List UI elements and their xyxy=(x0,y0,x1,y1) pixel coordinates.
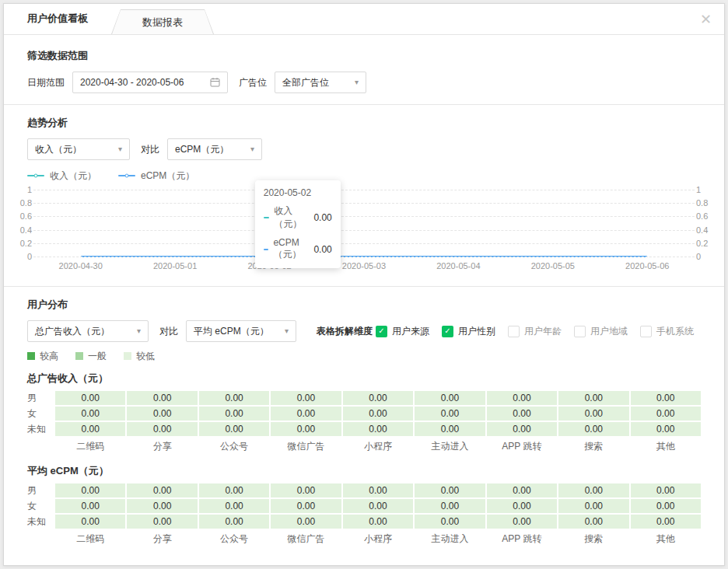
chart-tooltip: 2020-05-02 收入（元） 0.00 eCPM（元） 0.00 xyxy=(255,180,341,268)
gridline xyxy=(33,257,695,257)
caret-down-icon: ▾ xyxy=(278,327,289,335)
divider xyxy=(4,104,724,105)
value-cell: 0.00 xyxy=(55,499,125,513)
line-series-marker-icon xyxy=(27,175,44,176)
distribution-metric-select[interactable]: 总广告收入（元） ▾ xyxy=(27,320,149,342)
value-cell: 0.00 xyxy=(199,391,269,405)
gridline xyxy=(33,203,695,204)
compare-label: 对比 xyxy=(141,143,159,156)
value-cell: 0.00 xyxy=(631,391,701,405)
column-label: 小程序 xyxy=(343,438,413,452)
value-cell: 0.00 xyxy=(558,515,628,529)
value-cell: 0.00 xyxy=(558,391,628,405)
column-label: APP 跳转 xyxy=(487,438,557,452)
column-label: 二维码 xyxy=(55,438,125,452)
legend-color-chip xyxy=(27,352,35,360)
distribution-controls: 总广告收入（元） ▾ 对比 平均 eCPM（元） ▾ 表格拆解维度 ✓用户来源✓… xyxy=(27,320,701,342)
column-label: 主动进入 xyxy=(415,530,485,544)
checkbox-unchecked-icon[interactable] xyxy=(574,326,586,337)
legend-dot xyxy=(34,174,38,178)
tab-bar: 用户价值看板 数据报表 ✕ xyxy=(4,4,724,35)
tab-user-value-board[interactable]: 用户价值看板 xyxy=(4,3,110,34)
distribution-compare-select[interactable]: 平均 eCPM（元） ▾ xyxy=(186,320,296,342)
column-label: 分享 xyxy=(127,530,197,544)
y-tick-label: 0 xyxy=(15,253,32,261)
x-tick-label: 2020-05-06 xyxy=(600,261,695,272)
y-tick-label: 0.4 xyxy=(696,225,713,234)
trend-metric-value: 收入（元） xyxy=(35,143,82,156)
dimensions-label: 表格拆解维度 xyxy=(317,325,373,338)
tab-shape-inner: 数据报表 xyxy=(112,10,213,34)
column-label: APP 跳转 xyxy=(487,530,557,544)
legend-item-income[interactable]: 收入（元） xyxy=(27,169,96,183)
checkbox-checked-icon[interactable]: ✓ xyxy=(376,326,387,337)
y-tick-label: 0.4 xyxy=(15,225,32,234)
trend-compare-select[interactable]: eCPM（元） ▾ xyxy=(167,138,262,160)
value-cell: 0.00 xyxy=(271,515,341,529)
legend-label: 较高 xyxy=(40,350,58,363)
dimension-checkboxes: ✓用户来源✓用户性别用户年龄用户地域手机系统 xyxy=(376,325,694,338)
column-label: 搜索 xyxy=(558,438,628,452)
value-cell: 0.00 xyxy=(558,407,628,421)
table-title: 总广告收入（元） xyxy=(27,372,701,385)
date-range-input[interactable]: 2020-04-30 - 2020-05-06 xyxy=(72,72,228,93)
value-cell: 0.00 xyxy=(343,483,413,497)
column-label: 公众号 xyxy=(199,530,269,544)
value-cell: 0.00 xyxy=(271,422,341,436)
value-cell: 0.00 xyxy=(631,422,701,436)
close-icon[interactable]: ✕ xyxy=(700,12,712,26)
value-cell: 0.00 xyxy=(199,422,269,436)
y-tick-label: 1 xyxy=(696,186,713,194)
y-axis-left: 10.80.60.40.20 xyxy=(15,190,32,257)
gridline xyxy=(33,190,695,190)
adslot-select[interactable]: 全部广告位 ▾ xyxy=(275,72,366,93)
trend-controls: 收入（元） ▾ 对比 eCPM（元） ▾ xyxy=(27,138,701,160)
value-cell: 0.00 xyxy=(487,515,557,529)
distribution-metric-value: 总广告收入（元） xyxy=(35,325,110,338)
value-cell: 0.00 xyxy=(343,422,413,436)
value-cell: 0.00 xyxy=(343,499,413,513)
trend-metric-select[interactable]: 收入（元） ▾ xyxy=(27,138,130,160)
trend-compare-value: eCPM（元） xyxy=(175,143,229,156)
row-label: 未知 xyxy=(27,422,54,436)
value-cell: 0.00 xyxy=(558,499,628,513)
distribution-table: 平均 eCPM（元） 男0.000.000.000.000.000.000.00… xyxy=(27,464,701,544)
value-cell: 0.00 xyxy=(487,391,557,405)
value-cell: 0.00 xyxy=(558,483,628,497)
tab-data-report[interactable]: 数据报表 xyxy=(111,9,214,34)
level-legend-item: 较低 xyxy=(124,350,155,363)
series-dash-icon xyxy=(264,217,270,218)
value-cell: 0.00 xyxy=(631,515,701,529)
value-cell: 0.00 xyxy=(127,391,197,405)
value-cell: 0.00 xyxy=(271,483,341,497)
checkbox-unchecked-icon[interactable] xyxy=(508,326,520,337)
distribution-section-title: 用户分布 xyxy=(27,298,701,311)
dimension-option-4[interactable]: 用户地域 xyxy=(574,325,628,338)
spacer xyxy=(27,438,54,452)
legend-item-ecpm[interactable]: eCPM（元） xyxy=(118,169,194,183)
dimension-option-5[interactable]: 手机系统 xyxy=(640,325,694,338)
gridline xyxy=(33,243,695,244)
x-axis-labels: 2020-04-302020-05-012020-05-022020-05-03… xyxy=(33,261,695,272)
dimension-option-1[interactable]: ✓用户来源 xyxy=(376,325,429,338)
checkbox-checked-icon[interactable]: ✓ xyxy=(442,326,453,337)
caret-down-icon: ▾ xyxy=(112,145,122,153)
table-title: 平均 eCPM（元） xyxy=(27,464,701,477)
value-cell: 0.00 xyxy=(343,515,413,529)
chart-legend: 收入（元） eCPM（元） xyxy=(27,171,701,180)
filter-section: 筛选数据范围 日期范围 2020-04-30 - 2020-05-06 广告位 … xyxy=(4,35,724,93)
column-label: 主动进入 xyxy=(415,438,485,452)
dimension-option-2[interactable]: ✓用户性别 xyxy=(442,325,495,338)
trend-section: 趋势分析 收入（元） ▾ 对比 eCPM（元） ▾ 收入（元） xyxy=(4,116,724,272)
value-cell: 0.00 xyxy=(127,422,197,436)
dimension-option-3[interactable]: 用户年龄 xyxy=(508,325,562,338)
value-cell: 0.00 xyxy=(127,483,197,497)
spacer xyxy=(27,530,54,544)
row-label: 男 xyxy=(27,391,54,405)
checkbox-unchecked-icon[interactable] xyxy=(640,326,652,337)
caret-down-icon: ▾ xyxy=(348,79,359,86)
tooltip-label: 收入（元） xyxy=(274,204,309,231)
trend-section-title: 趋势分析 xyxy=(27,116,701,129)
value-cell: 0.00 xyxy=(558,422,628,436)
dimension-label: 手机系统 xyxy=(656,325,694,338)
